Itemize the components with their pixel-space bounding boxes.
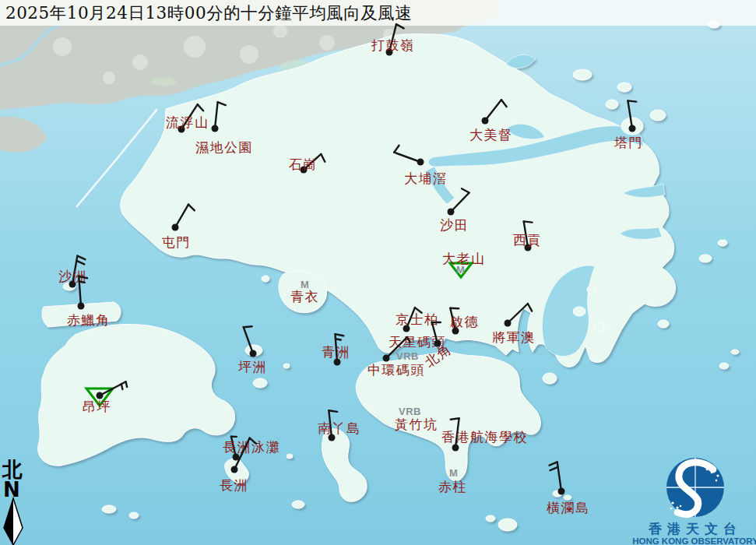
station-label: 青衣 xyxy=(290,289,319,304)
station-dot xyxy=(172,224,179,231)
wind-barb-tick xyxy=(79,282,85,283)
station-dot xyxy=(78,303,85,310)
station-label: 坪洲 xyxy=(238,359,267,374)
station-dot xyxy=(417,159,424,166)
station-label: 大美督 xyxy=(469,127,513,142)
station-dot xyxy=(452,445,459,452)
station-label: 沙田 xyxy=(440,217,469,233)
station-dot xyxy=(448,209,455,216)
hko-name-en: HONG KONG OBSERVATORY xyxy=(632,536,756,545)
station-label: 赤柱 xyxy=(438,479,467,494)
station-dot xyxy=(383,355,390,362)
station-label: 石崗 xyxy=(289,156,318,172)
station-label: 流浮山 xyxy=(166,114,209,130)
title-bar: 2025年10月24日13時00分的十分鐘平均風向及風速 xyxy=(0,0,756,26)
wind-barb-tick xyxy=(451,418,459,420)
wind-barb-tick xyxy=(126,382,128,387)
station-label: 濕地公園 xyxy=(195,139,253,155)
station-label: 打鼓嶺 xyxy=(371,37,415,53)
station-label: 西貢 xyxy=(513,232,542,248)
north-label-en: N xyxy=(3,478,20,501)
wind-note: VRB xyxy=(396,350,419,362)
station-label: 長洲 xyxy=(220,477,248,493)
station-label: 青洲 xyxy=(322,344,350,360)
wind-note: M xyxy=(449,467,458,479)
wind-map: 2025年10月24日13時00分的十分鐘平均風向及風速 打鼓嶺流浮山濕地公園石… xyxy=(0,0,756,545)
station-label: 黃竹坑 xyxy=(395,417,438,432)
station-label: 橫瀾島 xyxy=(547,500,590,515)
station-dot xyxy=(629,125,636,132)
station-dot xyxy=(212,125,219,132)
station-label: 香港航海學校 xyxy=(441,429,528,445)
wind-barb-tick xyxy=(329,410,337,412)
map-title: 2025年10月24日13時00分的十分鐘平均風向及風速 xyxy=(5,3,412,23)
station-label: 大埔滘 xyxy=(404,171,448,186)
station-dot xyxy=(505,320,512,327)
wind-barb-tick xyxy=(336,339,341,339)
station-label: 啟德 xyxy=(450,314,479,329)
wind-note: VRB xyxy=(399,406,421,417)
wind-barb-tick xyxy=(121,384,123,389)
station-label: 赤鱲角 xyxy=(67,312,111,328)
station-label: 屯門 xyxy=(162,234,191,250)
station-label: 大老山 xyxy=(442,251,486,266)
station-label: 南丫島 xyxy=(318,420,361,436)
wind-barb-tick xyxy=(628,100,636,101)
station-label: 中環碼頭 xyxy=(367,362,425,378)
station-label: 將軍澳 xyxy=(492,329,536,345)
hko-name-zh: 香港天文台 xyxy=(648,521,742,536)
station-dot xyxy=(482,118,489,125)
wind-map-page: 2025年10月24日13時00分的十分鐘平均風向及風速 打鼓嶺流浮山濕地公園石… xyxy=(0,0,756,545)
station-dot xyxy=(250,350,257,357)
station-label: 長洲泳灘 xyxy=(223,439,280,455)
station-dot xyxy=(231,466,238,473)
wind-barb-tick xyxy=(244,326,252,327)
station-dot xyxy=(558,488,565,495)
wind-barb-tick xyxy=(524,221,533,222)
station-label: 昂坪 xyxy=(83,399,111,414)
station-label: 塔門 xyxy=(614,135,643,150)
